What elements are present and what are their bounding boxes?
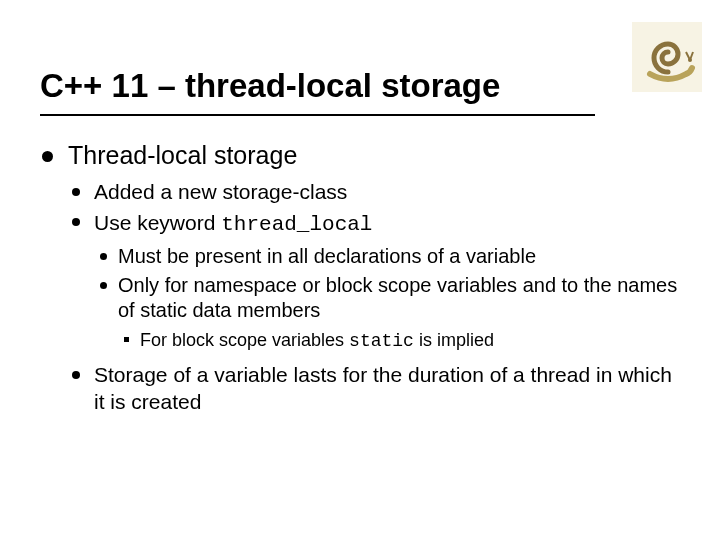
bullet-lvl4: For block scope variables static is impl… bbox=[118, 329, 680, 353]
bullet-text: Only for namespace or block scope variab… bbox=[118, 274, 677, 321]
code-token: static bbox=[349, 331, 414, 351]
bullet-lvl2: Added a new storage-class bbox=[68, 179, 680, 205]
bullet-text: Use keyword bbox=[94, 211, 221, 234]
bullet-text: Storage of a variable lasts for the dura… bbox=[94, 363, 672, 412]
bullet-text: Must be present in all declarations of a… bbox=[118, 245, 536, 267]
slide: C++ 11 – thread-local storage Thread-loc… bbox=[0, 0, 720, 540]
bullet-text: is implied bbox=[414, 330, 494, 350]
bullet-lvl2: Storage of a variable lasts for the dura… bbox=[68, 362, 680, 415]
title-block: C++ 11 – thread-local storage bbox=[40, 68, 680, 116]
bullet-text: For block scope variables bbox=[140, 330, 349, 350]
title-underline bbox=[40, 114, 595, 116]
slide-content: Thread-local storage Added a new storage… bbox=[40, 140, 680, 423]
bullet-lvl2: Use keyword thread_local Must be present… bbox=[68, 210, 680, 353]
bullet-lvl3: Must be present in all declarations of a… bbox=[94, 244, 680, 269]
code-token: thread_local bbox=[221, 213, 372, 236]
bullet-lvl1: Thread-local storage Added a new storage… bbox=[40, 140, 680, 415]
bullet-text: Added a new storage-class bbox=[94, 180, 347, 203]
slide-title: C++ 11 – thread-local storage bbox=[40, 68, 680, 110]
bullet-lvl3: Only for namespace or block scope variab… bbox=[94, 273, 680, 353]
bullet-text: Thread-local storage bbox=[68, 141, 297, 169]
